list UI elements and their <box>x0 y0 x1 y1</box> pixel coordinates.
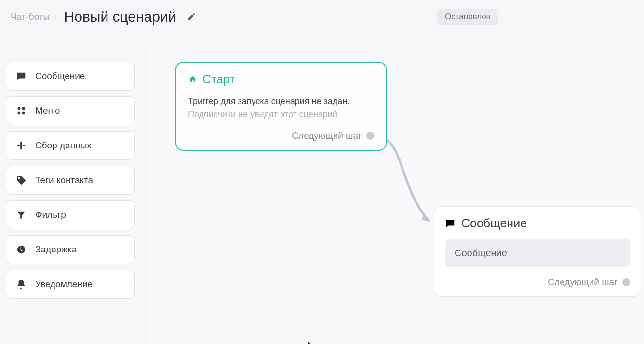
svg-rect-2 <box>18 112 21 115</box>
next-step-label: Следующий шаг <box>292 131 362 141</box>
mouse-cursor-icon <box>308 341 314 344</box>
palette-item-label: Сообщение <box>35 71 85 81</box>
node-start-title: Старт <box>202 72 235 86</box>
edit-title-button[interactable] <box>187 13 196 21</box>
pencil-icon <box>187 13 196 21</box>
palette-item-label: Меню <box>35 106 60 116</box>
palette-item-data-collection[interactable]: Сбор данных <box>6 131 135 160</box>
output-port[interactable] <box>366 132 374 140</box>
node-start-next-step[interactable]: Следующий шаг <box>188 131 374 141</box>
header: Чат-боты › Новый сценарий Остановлен <box>0 0 644 37</box>
data-icon <box>16 140 27 151</box>
palette-item-label: Теги контакта <box>35 175 93 185</box>
message-icon <box>445 218 456 229</box>
palette-item-contact-tags[interactable]: Теги контакта <box>6 166 135 195</box>
next-step-label: Следующий шаг <box>548 277 617 288</box>
svg-marker-8 <box>421 214 429 222</box>
flow-canvas[interactable]: Старт Триггер для запуска сценария не за… <box>148 43 644 344</box>
clock-icon <box>16 244 27 255</box>
node-message-header: Сообщение <box>445 216 630 230</box>
palette-item-menu[interactable]: Меню <box>6 96 135 125</box>
home-icon <box>188 75 198 84</box>
svg-rect-1 <box>22 107 25 110</box>
tool-palette: Сообщение Меню Сбор данных Теги контакта… <box>6 62 135 299</box>
palette-item-label: Уведомление <box>35 279 93 290</box>
node-start-subtext: Подписчики не увидят этот сценарий <box>188 108 374 121</box>
svg-rect-0 <box>18 107 21 110</box>
message-icon <box>16 71 27 81</box>
grid-icon <box>16 106 27 116</box>
palette-item-label: Сбор данных <box>35 140 92 151</box>
node-message[interactable]: Сообщение Сообщение Следующий шаг <box>434 206 641 297</box>
palette-item-notification[interactable]: Уведомление <box>6 270 135 299</box>
breadcrumb-link[interactable]: Чат-боты <box>11 12 50 22</box>
node-start-header: Старт <box>188 72 374 86</box>
svg-rect-4 <box>20 142 22 150</box>
funnel-icon <box>16 210 27 220</box>
palette-item-filter[interactable]: Фильтр <box>6 200 135 229</box>
breadcrumb-separator: › <box>54 13 57 21</box>
palette-item-delay[interactable]: Задержка <box>6 235 135 264</box>
svg-rect-5 <box>17 145 20 146</box>
node-start[interactable]: Старт Триггер для запуска сценария не за… <box>175 62 387 151</box>
page-title: Новый сценарий <box>64 9 176 25</box>
output-port[interactable] <box>622 278 630 286</box>
palette-item-message[interactable]: Сообщение <box>6 62 135 91</box>
node-message-next-step[interactable]: Следующий шаг <box>445 277 630 288</box>
palette-item-label: Задержка <box>35 244 77 255</box>
svg-rect-6 <box>23 145 26 146</box>
svg-rect-3 <box>22 112 25 115</box>
tag-icon <box>16 175 27 185</box>
bell-icon <box>16 279 27 290</box>
node-start-text: Триггер для запуска сценария не задан. <box>188 95 374 108</box>
node-message-title: Сообщение <box>461 216 527 230</box>
palette-item-label: Фильтр <box>35 210 66 220</box>
status-badge[interactable]: Остановлен <box>437 9 498 25</box>
node-message-body[interactable]: Сообщение <box>445 239 630 267</box>
